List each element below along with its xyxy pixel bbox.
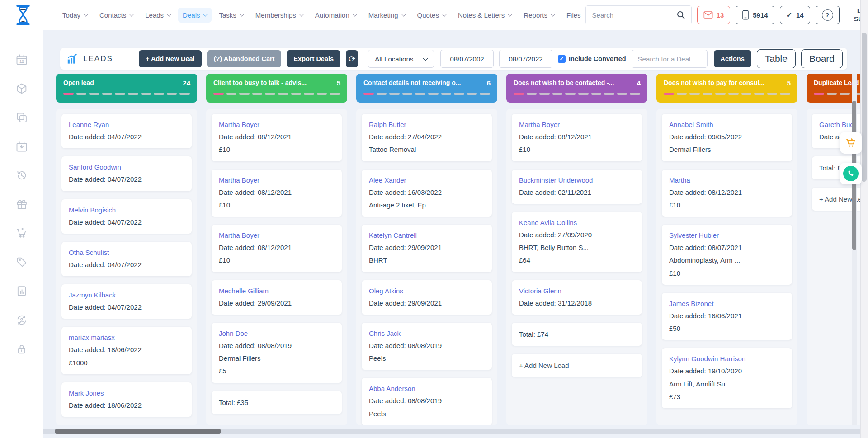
nav-item-quotes[interactable]: Quotes: [413, 8, 451, 23]
nav-item-notes-letters[interactable]: Notes & Letters: [453, 8, 516, 23]
refresh-button[interactable]: ⟳: [346, 50, 358, 67]
help-button[interactable]: ?: [816, 6, 840, 24]
lead-name-link[interactable]: Jazmyn Kilback: [69, 291, 184, 299]
lead-card[interactable]: Jazmyn KilbackDate added: 04/07/2022: [61, 284, 192, 319]
lead-name-link[interactable]: Buckminster Underwood: [519, 176, 635, 184]
lead-card[interactable]: Otha SchulistDate added: 04/07/2022: [61, 242, 192, 276]
lead-name-link[interactable]: Chris Jack: [369, 330, 485, 337]
lead-name-link[interactable]: Kylynn Goodwin Harrison: [669, 355, 785, 363]
lead-card[interactable]: Alee XanderDate added: 16/03/2022Anti-ag…: [362, 170, 492, 217]
actions-button[interactable]: Actions: [714, 50, 751, 67]
lead-card[interactable]: James BizonetDate added: 16/06/2021£50: [662, 293, 792, 340]
horizontal-scrollbar[interactable]: [43, 429, 861, 434]
history-icon[interactable]: [15, 169, 28, 182]
lead-card[interactable]: Katelyn CantrellDate added: 29/09/2021BH…: [362, 225, 492, 272]
lead-card[interactable]: Martha BoyerDate added: 08/12/2021£10: [212, 225, 342, 272]
column-header[interactable]: Does not wish to pay for consul...5: [656, 74, 797, 103]
lead-card[interactable]: Oleg AtkinsDate added: 29/09/2021: [362, 280, 492, 315]
nav-item-marketing[interactable]: Marketing: [364, 8, 410, 23]
lead-name-link[interactable]: Annabel Smith: [669, 121, 785, 128]
lead-name-link[interactable]: Mechelle Gilliam: [219, 287, 335, 295]
lead-name-link[interactable]: Otha Schulist: [69, 249, 184, 256]
nav-item-automation[interactable]: Automation: [311, 8, 361, 23]
sms-badge[interactable]: 5914: [736, 6, 774, 24]
board-scrollbar[interactable]: [852, 74, 857, 425]
export-deals-button[interactable]: Export Deals: [287, 50, 340, 67]
lead-card[interactable]: Mark JonesDate added: 18/06/2022: [61, 382, 192, 417]
calendar-icon[interactable]: 12: [15, 53, 28, 66]
lead-name-link[interactable]: Abba Anderson: [369, 385, 485, 392]
lead-card[interactable]: Martha BoyerDate added: 08/12/2021£10: [212, 170, 342, 217]
lead-card[interactable]: Mechelle GilliamDate added: 29/09/2021: [212, 280, 342, 315]
lead-name-link[interactable]: Katelyn Cantrell: [369, 231, 485, 239]
lead-name-link[interactable]: Martha Boyer: [519, 121, 635, 128]
column-header[interactable]: Contact details not receiving o...6: [356, 74, 497, 103]
lead-name-link[interactable]: Martha Boyer: [219, 176, 335, 184]
lead-card[interactable]: Leanne RyanDate added: 04/07/2022: [61, 114, 192, 148]
column-header[interactable]: Does not wish to be contacted -...4: [506, 74, 647, 103]
search-button[interactable]: [670, 6, 691, 24]
calendar-import-icon[interactable]: [15, 140, 28, 153]
lead-card[interactable]: Melvin BogisichDate added: 04/07/2022: [61, 199, 192, 234]
lead-name-link[interactable]: Victoria Glenn: [519, 287, 635, 295]
app-logo[interactable]: [13, 3, 33, 27]
horizontal-scrollbar-thumb[interactable]: [55, 429, 221, 434]
nav-item-today[interactable]: Today: [58, 8, 92, 23]
add-new-deal-button[interactable]: + Add New Deal: [139, 50, 202, 67]
lead-name-link[interactable]: Keane Avila Collins: [519, 219, 635, 226]
lead-name-link[interactable]: Sanford Goodwin: [69, 163, 184, 171]
lead-card[interactable]: mariax mariasxDate added: 18/06/2022£100…: [61, 327, 192, 374]
lead-card[interactable]: Abba AndersonDate added: 08/08/2019Peels: [362, 378, 492, 425]
lead-card[interactable]: Kylynn Goodwin HarrisonDate added: 19/10…: [662, 348, 792, 408]
lock-icon[interactable]: [15, 343, 28, 355]
nav-item-files[interactable]: Files: [562, 8, 585, 23]
package-icon[interactable]: [15, 82, 28, 95]
lead-name-link[interactable]: mariax mariasx: [69, 334, 184, 341]
lead-card[interactable]: Buckminster UnderwoodDate added: 02/11/2…: [512, 170, 642, 204]
nav-item-leads[interactable]: Leads: [141, 8, 175, 23]
lead-name-link[interactable]: Mark Jones: [69, 389, 184, 397]
column-header[interactable]: Duplicate Lead: [807, 74, 868, 103]
lead-name-link[interactable]: Martha Boyer: [219, 231, 335, 239]
lead-card[interactable]: Martha BoyerDate added: 08/12/2021£10: [212, 114, 342, 161]
include-converted-checkbox[interactable]: ✓: [558, 55, 566, 63]
date-to-input[interactable]: [499, 50, 552, 68]
lead-card[interactable]: Ralph ButlerDate added: 27/04/2022Tattoo…: [362, 114, 492, 161]
lead-name-link[interactable]: Alee Xander: [369, 176, 485, 184]
lead-card[interactable]: Keane Avila CollinsDate added: 27/09/202…: [512, 212, 642, 272]
abandoned-cart-fab[interactable]: [840, 132, 862, 154]
lead-name-link[interactable]: Melvin Bogisich: [69, 206, 184, 214]
user-sync-icon[interactable]: [15, 314, 28, 326]
page-scrollbar[interactable]: [860, 0, 868, 438]
tag-icon[interactable]: [15, 256, 28, 268]
lead-name-link[interactable]: James Bizonet: [669, 300, 785, 307]
column-header[interactable]: Client too busy to talk - advis...5: [206, 74, 347, 103]
call-fab[interactable]: [840, 163, 862, 184]
copy-icon[interactable]: [15, 111, 28, 124]
cart-icon[interactable]: [15, 227, 28, 240]
nav-item-reports[interactable]: Reports: [519, 8, 559, 23]
gift-icon[interactable]: [15, 198, 28, 211]
lead-name-link[interactable]: Sylvester Hubler: [669, 231, 785, 239]
lead-card[interactable]: Victoria GlennDate added: 31/12/2018: [512, 280, 642, 315]
lead-card[interactable]: MarthaDate added: 08/12/2021£10: [662, 170, 792, 217]
nav-item-tasks[interactable]: Tasks: [214, 8, 248, 23]
search-input[interactable]: [586, 6, 670, 24]
lead-card[interactable]: Annabel SmithDate added: 09/05/2022Derma…: [662, 114, 792, 161]
mail-badge[interactable]: 13: [697, 6, 731, 24]
page-scrollbar-thumb[interactable]: [862, 33, 867, 182]
lead-card[interactable]: John DoeDate added: 08/08/2019Dermal Fil…: [212, 323, 342, 383]
abandoned-cart-button[interactable]: (?) Abandoned Cart: [207, 50, 282, 67]
date-from-input[interactable]: [440, 50, 494, 68]
column-header[interactable]: Open lead24: [56, 74, 197, 103]
lead-name-link[interactable]: Martha: [669, 176, 785, 184]
table-view-button[interactable]: Table: [757, 49, 796, 68]
lead-card[interactable]: Sylvester HublerDate added: 08/07/2021Ab…: [662, 225, 792, 285]
lead-name-link[interactable]: Leanne Ryan: [69, 121, 184, 128]
lead-name-link[interactable]: Oleg Atkins: [369, 287, 485, 295]
lead-name-link[interactable]: John Doe: [219, 330, 335, 337]
report-icon[interactable]: [15, 285, 28, 297]
lead-card[interactable]: Martha BoyerDate added: 08/12/2021£10: [512, 114, 642, 161]
lead-name-link[interactable]: Martha Boyer: [219, 121, 335, 128]
tasks-badge[interactable]: ✓ 14: [780, 6, 810, 24]
